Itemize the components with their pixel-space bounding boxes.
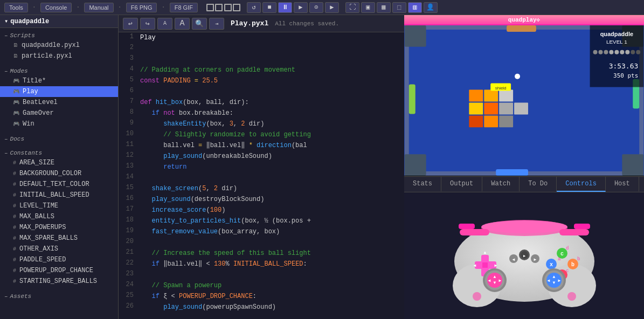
tab-todo[interactable]: To Do — [520, 177, 557, 192]
sidebar-item-max-balls[interactable]: # MAX_BALLS — [0, 211, 118, 222]
code-line-11: 11 ball.vel = ‖ball.vel‖ * direction(bal — [119, 140, 404, 151]
svg-text:b: b — [577, 256, 580, 262]
layout1-btn[interactable]: ▣ — [361, 2, 375, 13]
sidebar-item-play[interactable]: 🎮 Play — [0, 86, 118, 97]
svg-point-32 — [609, 50, 613, 54]
search-btn[interactable]: 🔍 — [192, 18, 207, 30]
sidebar-item-quadpaddle[interactable]: 🗎 quadpaddle.pyxl — [0, 40, 118, 51]
svg-text:LEVEL 1: LEVEL 1 — [606, 39, 627, 45]
svg-text:350 pts: 350 pts — [613, 72, 638, 79]
sidebar-item-other-axis[interactable]: # OTHER_AXIS — [0, 244, 118, 254]
code-line-25: 25 if ξ < POWERUP_DROP_CHANCE: — [119, 291, 404, 302]
fullscreen-btn[interactable]: ⛶ — [345, 2, 359, 13]
tab-controls[interactable]: Controls — [557, 177, 606, 192]
sidebar-item-beatlevel[interactable]: 🎮 BeatLevel — [0, 97, 118, 108]
constants-title: – Constants — [0, 148, 118, 157]
svg-point-86 — [567, 292, 576, 301]
svg-point-36 — [631, 50, 635, 54]
assets-section: – Assets — [0, 289, 118, 303]
sidebar-item-win[interactable]: 🎮 Win — [0, 119, 118, 129]
code-line-16: 16 play_sound(destroyBlockSound) — [119, 194, 404, 205]
svg-rect-5 — [405, 25, 426, 47]
sidebar-item-starting-spare[interactable]: # STARTING_SPARE_BALLS — [0, 276, 118, 287]
layout2-btn[interactable]: ▦ — [377, 2, 391, 13]
editor-area: ↩ ↪ A A 🔍 ⇥ Play.pyxl All changes saved.… — [119, 15, 404, 319]
play-btn[interactable]: ▶ — [294, 2, 308, 13]
sidebar-item-powerup-drop[interactable]: # POWERUP_DROP_CHANCE — [0, 265, 118, 276]
sidebar-item-gameover[interactable]: 🎮 GameOver — [0, 108, 118, 119]
code-line-12: 12 play_sound(unbreakableSound) — [119, 151, 404, 162]
next-btn[interactable]: ▶ — [325, 2, 339, 13]
code-line-23: 23 — [119, 269, 404, 280]
font-size-sm-btn[interactable]: A — [157, 18, 172, 30]
layout5-btn[interactable]: 👤 — [424, 2, 438, 13]
svg-text:3:53.63: 3:53.63 — [609, 62, 639, 70]
undo-btn[interactable]: ↩ — [123, 18, 138, 30]
view-controls: ⛶ ▣ ▦ ⬚ ▥ 👤 — [345, 2, 438, 13]
layout4-btn[interactable]: ▥ — [408, 2, 422, 13]
mode-icon-win: 🎮 — [13, 121, 19, 127]
tab-watch[interactable]: Watch — [482, 177, 520, 192]
code-line-14: 14 — [119, 172, 404, 183]
sidebar-item-default-text[interactable]: # DEFAULT_TEXT_COLOR — [0, 179, 118, 190]
sidebar-item-area-size[interactable]: # AREA_SIZE — [0, 157, 118, 168]
svg-rect-15 — [469, 102, 483, 114]
svg-point-34 — [620, 50, 624, 54]
svg-point-37 — [636, 50, 640, 54]
svg-text:◀: ◀ — [473, 263, 476, 268]
stop-btn[interactable]: ■ — [262, 2, 276, 13]
docs-title: – Docs — [0, 134, 118, 143]
indent-btn[interactable]: ⇥ — [209, 18, 224, 30]
font-size-lg-btn[interactable]: A — [175, 18, 190, 30]
f6-png-btn[interactable]: F6 PNG — [126, 3, 157, 12]
tab-output[interactable]: Output — [441, 177, 482, 192]
layout3-btn[interactable]: ⬚ — [392, 2, 406, 13]
svg-point-30 — [599, 50, 603, 54]
svg-text:▶: ▶ — [534, 257, 536, 262]
sep4: · — [161, 4, 165, 11]
refresh-btn[interactable]: ↺ — [247, 2, 261, 13]
sidebar-item-ball-speed[interactable]: # INITIAL_BALL_SPEED — [0, 190, 118, 200]
sep2: · — [76, 4, 80, 11]
code-line-21: 21 // Increase the speed of this ball sl… — [119, 248, 404, 259]
svg-text:◀: ◀ — [547, 278, 550, 283]
const-icon-starting: # — [13, 279, 16, 285]
scripts-collapse-icon: – — [4, 32, 8, 39]
collapse-icon: ▾ — [4, 17, 8, 25]
svg-text:shield: shield — [495, 86, 507, 91]
sidebar-item-particle[interactable]: 🗎 particle.pyxl — [0, 51, 118, 61]
code-editor[interactable]: 1 Play 2 3 4 // Padding at corners on pa… — [119, 32, 404, 319]
code-line-3: 3 — [119, 54, 404, 65]
code-line-22: 22 if ‖ball.vel‖ < 130% INITIAL_BALL_SPE… — [119, 259, 404, 269]
manual-menu[interactable]: Manual — [84, 3, 113, 12]
sidebar-item-max-spare[interactable]: # MAX_SPARE_BALLS — [0, 233, 118, 244]
sidebar-item-paddle-speed[interactable]: # PADDLE_SPEED — [0, 254, 118, 265]
sidebar-item-title[interactable]: 🎮 Title* — [0, 75, 118, 86]
assets-title: – Assets — [0, 291, 118, 301]
code-line-8: 8 if not box.breakable: — [119, 108, 404, 119]
main-toolbar: Tools · Console · Manual · F6 PNG · F8 G… — [0, 0, 644, 15]
file-icon-2: 🗎 — [13, 53, 18, 59]
modes-title: – Modes — [0, 66, 118, 75]
f8-gif-btn[interactable]: F8 GIF — [170, 3, 198, 12]
svg-text:d: d — [566, 246, 569, 251]
tools-menu[interactable]: Tools — [4, 3, 28, 12]
tab-stats[interactable]: Stats — [404, 177, 441, 192]
svg-rect-18 — [484, 115, 498, 127]
sidebar-item-bg-color[interactable]: # BACKGROUND_COLOR — [0, 168, 118, 179]
sidebar-header: ▾ quadpaddle — [0, 15, 118, 28]
pause-btn[interactable]: ⏸ — [278, 2, 292, 13]
step-btn[interactable]: ⊙ — [309, 2, 323, 13]
redo-btn[interactable]: ↪ — [140, 18, 155, 30]
console-menu[interactable]: Console — [40, 3, 72, 12]
code-line-5: 5 const PADDING = 25.5 — [119, 75, 404, 86]
const-icon-speed: # — [13, 192, 16, 198]
sidebar-item-max-powerups[interactable]: # MAX_POWERUPS — [0, 222, 118, 233]
tab-host[interactable]: Host — [606, 177, 639, 192]
media-controls — [206, 4, 240, 11]
svg-point-35 — [625, 50, 629, 54]
sidebar-item-level-time[interactable]: # LEVEL_TIME — [0, 200, 118, 211]
svg-rect-11 — [496, 169, 528, 176]
svg-rect-19 — [499, 90, 513, 102]
project-title: quadpaddle — [10, 18, 49, 25]
